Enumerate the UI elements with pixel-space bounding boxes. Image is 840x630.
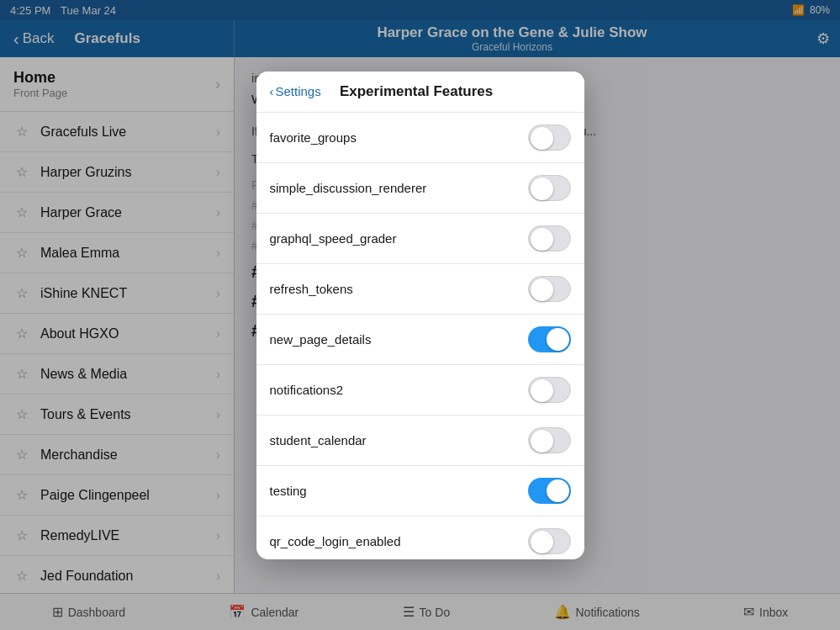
feature-row-student_calendar: student_calendar <box>256 416 584 466</box>
toggle-graphql_speed_grader[interactable] <box>528 225 571 251</box>
modal-title: Experimental Features <box>321 83 512 100</box>
feature-name-student_calendar: student_calendar <box>270 433 367 447</box>
feature-row-new_page_details: new_page_details <box>256 315 584 365</box>
feature-name-refresh_tokens: refresh_tokens <box>270 282 353 296</box>
feature-name-graphql_speed_grader: graphql_speed_grader <box>270 231 397 246</box>
feature-name-simple_discussion_renderer: simple_discussion_renderer <box>270 181 427 195</box>
modal-body: favorite_groups simple_discussion_render… <box>256 113 584 559</box>
feature-name-favorite_groups: favorite_groups <box>270 130 357 145</box>
experimental-features-modal: ‹ Settings Experimental Features favorit… <box>256 71 584 559</box>
feature-row-simple_discussion_renderer: simple_discussion_renderer <box>256 163 584 214</box>
feature-row-qr_code_login_enabled: qr_code_login_enabled <box>256 516 584 559</box>
toggle-favorite_groups[interactable] <box>528 124 571 151</box>
feature-name-testing: testing <box>270 484 307 498</box>
toggle-notifications2[interactable] <box>528 377 571 403</box>
toggle-refresh_tokens[interactable] <box>528 276 571 302</box>
modal-back-chevron-icon: ‹ <box>270 84 274 98</box>
feature-name-qr_code_login_enabled: qr_code_login_enabled <box>270 534 401 548</box>
feature-row-testing: testing <box>256 466 584 516</box>
modal-header: ‹ Settings Experimental Features <box>256 71 584 113</box>
feature-row-favorite_groups: favorite_groups <box>256 113 584 163</box>
modal-back-label: Settings <box>276 84 321 98</box>
modal-overlay[interactable]: ‹ Settings Experimental Features favorit… <box>0 0 840 630</box>
toggle-simple_discussion_renderer[interactable] <box>528 175 571 201</box>
feature-row-notifications2: notifications2 <box>256 365 584 416</box>
feature-row-graphql_speed_grader: graphql_speed_grader <box>256 214 584 264</box>
feature-name-notifications2: notifications2 <box>270 383 344 397</box>
toggle-student_calendar[interactable] <box>528 427 571 453</box>
feature-row-refresh_tokens: refresh_tokens <box>256 264 584 315</box>
feature-name-new_page_details: new_page_details <box>270 332 372 347</box>
toggle-new_page_details[interactable] <box>528 326 571 352</box>
toggle-testing[interactable] <box>528 478 571 504</box>
modal-back-button[interactable]: ‹ Settings <box>270 84 321 98</box>
toggle-qr_code_login_enabled[interactable] <box>528 528 571 554</box>
